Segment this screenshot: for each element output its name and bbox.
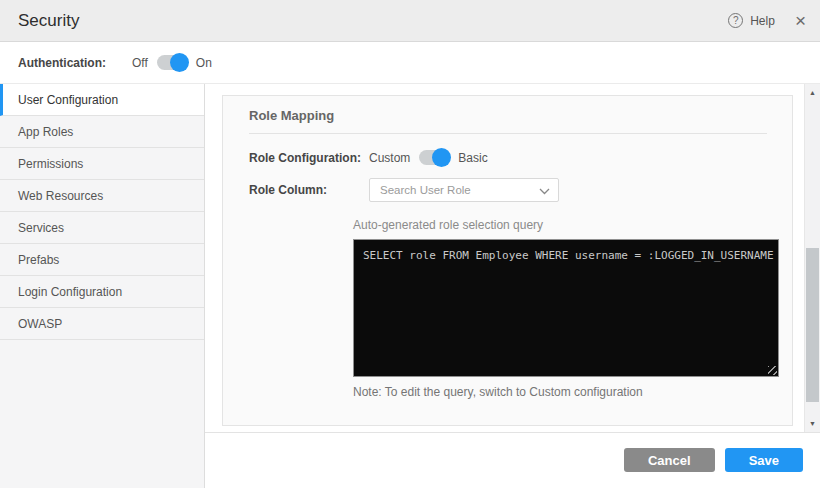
sidebar-item-label: App Roles	[18, 125, 73, 139]
role-column-row: Role Column: Search User Role	[249, 178, 792, 202]
basic-option-label: Basic	[458, 151, 487, 165]
authentication-toggle[interactable]	[157, 55, 187, 70]
chevron-down-icon	[539, 188, 550, 195]
role-configuration-toggle-group: Custom Basic	[369, 150, 488, 165]
role-mapping-panel: Role Mapping Role Configuration: Custom …	[222, 95, 793, 426]
help-button[interactable]: ? Help	[728, 13, 775, 28]
resize-handle-icon[interactable]	[768, 366, 777, 375]
help-label: Help	[750, 14, 775, 28]
sidebar-item-label: Web Resources	[18, 189, 103, 203]
save-button[interactable]: Save	[725, 448, 803, 472]
sidebar-item-label: Login Configuration	[18, 285, 122, 299]
sidebar-item-permissions[interactable]: Permissions	[0, 148, 204, 180]
role-column-select[interactable]: Search User Role	[369, 178, 559, 202]
footer-actions: Cancel Save	[624, 448, 803, 472]
query-note: Note: To edit the query, switch to Custo…	[353, 385, 792, 399]
cancel-button[interactable]: Cancel	[624, 448, 715, 472]
sidebar-item-label: Permissions	[18, 157, 83, 171]
query-editor-wrap: SELECT role FROM Employee WHERE username…	[353, 239, 779, 377]
scroll-down-icon[interactable]: ▼	[805, 420, 820, 427]
sidebar-item-label: Prefabs	[18, 253, 59, 267]
query-section: Auto-generated role selection query SELE…	[353, 218, 792, 399]
close-icon[interactable]: ×	[795, 11, 806, 30]
sidebar-item-label: Services	[18, 221, 64, 235]
sidebar-item-label: User Configuration	[18, 93, 118, 107]
sidebar-item-prefabs[interactable]: Prefabs	[0, 244, 204, 276]
sidebar-item-login-configuration[interactable]: Login Configuration	[0, 276, 204, 308]
role-configuration-label: Role Configuration:	[249, 151, 369, 165]
sidebar-item-owasp[interactable]: OWASP	[0, 308, 204, 340]
authentication-off-label: Off	[132, 56, 148, 70]
scrollbar-thumb[interactable]	[806, 248, 819, 402]
sidebar-item-label: OWASP	[18, 317, 62, 331]
dialog-body: User Configuration App Roles Permissions…	[0, 84, 820, 488]
authentication-label: Authentication:	[18, 56, 106, 70]
sidebar-item-web-resources[interactable]: Web Resources	[0, 180, 204, 212]
scroll-up-icon[interactable]: ▲	[805, 89, 820, 96]
sidebar-item-services[interactable]: Services	[0, 212, 204, 244]
query-editor[interactable]: SELECT role FROM Employee WHERE username…	[353, 239, 779, 377]
main-content: Role Mapping Role Configuration: Custom …	[205, 84, 820, 488]
sidebar-item-user-configuration[interactable]: User Configuration	[0, 84, 204, 116]
role-column-placeholder: Search User Role	[380, 184, 471, 196]
role-configuration-row: Role Configuration: Custom Basic	[249, 150, 792, 165]
title-bar-actions: ? Help ×	[728, 11, 806, 30]
authentication-toggle-group: Off On	[132, 55, 212, 70]
authentication-bar: Authentication: Off On	[0, 42, 820, 84]
role-column-label: Role Column:	[249, 183, 369, 197]
panel-title-divider	[249, 133, 767, 134]
role-configuration-toggle[interactable]	[419, 150, 449, 165]
query-caption: Auto-generated role selection query	[353, 218, 792, 232]
panel-title: Role Mapping	[249, 108, 766, 123]
authentication-toggle-knob	[170, 53, 189, 72]
security-dialog: Security ? Help × Authentication: Off On…	[0, 0, 820, 488]
footer-divider	[205, 432, 820, 433]
authentication-on-label: On	[196, 56, 212, 70]
title-bar: Security ? Help ×	[0, 0, 820, 42]
page-title: Security	[18, 11, 79, 31]
role-configuration-toggle-knob	[432, 148, 451, 167]
security-sidebar: User Configuration App Roles Permissions…	[0, 84, 205, 488]
custom-option-label: Custom	[369, 151, 410, 165]
vertical-scrollbar[interactable]: ▲ ▼	[804, 84, 820, 432]
help-icon: ?	[728, 13, 743, 28]
sidebar-item-app-roles[interactable]: App Roles	[0, 116, 204, 148]
